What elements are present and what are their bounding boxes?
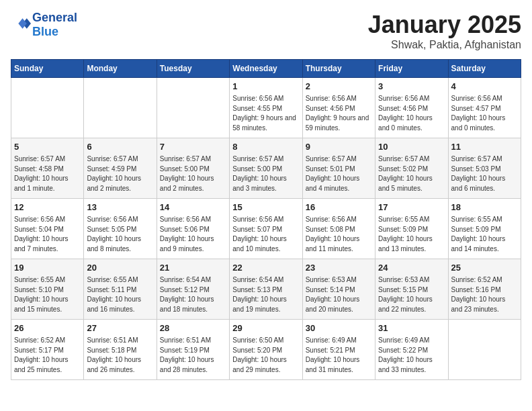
calendar-cell: 17Sunrise: 6:55 AM Sunset: 5:09 PM Dayli… [375, 199, 448, 259]
day-number: 12 [14, 201, 81, 214]
day-info: Sunrise: 6:49 AM Sunset: 5:22 PM Dayligh… [378, 336, 445, 375]
day-info: Sunrise: 6:55 AM Sunset: 5:11 PM Dayligh… [87, 275, 153, 314]
day-number: 7 [160, 141, 226, 153]
day-info: Sunrise: 6:57 AM Sunset: 5:00 PM Dayligh… [160, 154, 226, 193]
day-info: Sunrise: 6:56 AM Sunset: 5:07 PM Dayligh… [232, 215, 299, 254]
calendar-cell: 27Sunrise: 6:51 AM Sunset: 5:18 PM Dayli… [84, 320, 157, 380]
col-header-friday: Friday [375, 60, 448, 78]
day-number: 13 [87, 201, 153, 214]
day-number: 18 [451, 201, 518, 214]
col-header-sunday: Sunday [11, 60, 84, 78]
col-header-thursday: Thursday [302, 60, 375, 78]
day-info: Sunrise: 6:56 AM Sunset: 5:06 PM Dayligh… [160, 215, 226, 254]
day-number: 8 [232, 141, 299, 153]
logo-line2: Blue [32, 25, 77, 39]
day-number: 28 [160, 322, 226, 334]
calendar-cell: 21Sunrise: 6:54 AM Sunset: 5:12 PM Dayli… [157, 259, 229, 320]
day-number: 5 [14, 141, 81, 153]
day-number: 2 [306, 81, 372, 93]
day-number: 17 [378, 201, 445, 214]
calendar-cell: 26Sunrise: 6:52 AM Sunset: 5:17 PM Dayli… [11, 320, 84, 380]
day-number: 15 [232, 201, 299, 214]
day-info: Sunrise: 6:56 AM Sunset: 4:55 PM Dayligh… [232, 94, 299, 133]
day-number: 24 [378, 262, 445, 274]
day-number: 27 [87, 322, 153, 334]
day-info: Sunrise: 6:56 AM Sunset: 5:04 PM Dayligh… [14, 215, 81, 254]
day-info: Sunrise: 6:53 AM Sunset: 5:15 PM Dayligh… [378, 275, 445, 314]
day-number: 26 [14, 322, 81, 334]
calendar-cell: 14Sunrise: 6:56 AM Sunset: 5:06 PM Dayli… [157, 199, 229, 259]
day-number: 11 [451, 141, 518, 153]
day-info: Sunrise: 6:52 AM Sunset: 5:16 PM Dayligh… [451, 275, 518, 314]
calendar-week-row: 5Sunrise: 6:57 AM Sunset: 4:58 PM Daylig… [11, 138, 521, 199]
col-header-tuesday: Tuesday [157, 60, 229, 78]
calendar-cell: 28Sunrise: 6:51 AM Sunset: 5:19 PM Dayli… [157, 320, 229, 380]
day-info: Sunrise: 6:55 AM Sunset: 5:10 PM Dayligh… [14, 275, 81, 314]
calendar-cell: 18Sunrise: 6:55 AM Sunset: 5:09 PM Dayli… [448, 199, 521, 259]
day-info: Sunrise: 6:55 AM Sunset: 5:09 PM Dayligh… [451, 215, 518, 254]
day-info: Sunrise: 6:57 AM Sunset: 4:59 PM Dayligh… [87, 154, 153, 193]
calendar-cell: 6Sunrise: 6:57 AM Sunset: 4:59 PM Daylig… [84, 138, 157, 199]
col-header-wednesday: Wednesday [230, 60, 302, 78]
calendar-cell: 10Sunrise: 6:57 AM Sunset: 5:02 PM Dayli… [375, 138, 448, 199]
day-number: 30 [306, 322, 372, 334]
calendar-cell [11, 78, 84, 138]
day-info: Sunrise: 6:54 AM Sunset: 5:13 PM Dayligh… [232, 275, 299, 314]
day-info: Sunrise: 6:55 AM Sunset: 5:09 PM Dayligh… [378, 215, 445, 254]
day-number: 21 [160, 262, 226, 274]
day-number: 4 [451, 81, 518, 93]
calendar-cell: 12Sunrise: 6:56 AM Sunset: 5:04 PM Dayli… [11, 199, 84, 259]
title-block: January 2025 Shwak, Paktia, Afghanistan [368, 11, 521, 51]
day-info: Sunrise: 6:52 AM Sunset: 5:17 PM Dayligh… [14, 336, 81, 375]
day-info: Sunrise: 6:57 AM Sunset: 5:01 PM Dayligh… [306, 154, 372, 193]
calendar-cell: 22Sunrise: 6:54 AM Sunset: 5:13 PM Dayli… [230, 259, 302, 320]
calendar-cell: 3Sunrise: 6:56 AM Sunset: 4:56 PM Daylig… [375, 78, 448, 138]
calendar-cell: 4Sunrise: 6:56 AM Sunset: 4:57 PM Daylig… [448, 78, 521, 138]
calendar-title: January 2025 [368, 11, 521, 39]
day-number: 22 [232, 262, 299, 274]
day-info: Sunrise: 6:57 AM Sunset: 5:02 PM Dayligh… [378, 154, 445, 193]
calendar-cell: 7Sunrise: 6:57 AM Sunset: 5:00 PM Daylig… [157, 138, 229, 199]
day-info: Sunrise: 6:54 AM Sunset: 5:12 PM Dayligh… [160, 275, 226, 314]
calendar-cell: 15Sunrise: 6:56 AM Sunset: 5:07 PM Dayli… [230, 199, 302, 259]
page-header: General Blue January 2025 Shwak, Paktia,… [11, 11, 521, 51]
col-header-saturday: Saturday [448, 60, 521, 78]
calendar-cell: 9Sunrise: 6:57 AM Sunset: 5:01 PM Daylig… [302, 138, 375, 199]
calendar-cell: 20Sunrise: 6:55 AM Sunset: 5:11 PM Dayli… [84, 259, 157, 320]
day-number: 10 [378, 141, 445, 153]
logo-icon [12, 14, 31, 33]
day-info: Sunrise: 6:57 AM Sunset: 4:58 PM Dayligh… [14, 154, 81, 193]
day-info: Sunrise: 6:56 AM Sunset: 4:57 PM Dayligh… [451, 94, 518, 133]
day-info: Sunrise: 6:50 AM Sunset: 5:20 PM Dayligh… [232, 336, 299, 375]
calendar-cell: 19Sunrise: 6:55 AM Sunset: 5:10 PM Dayli… [11, 259, 84, 320]
calendar-cell: 8Sunrise: 6:57 AM Sunset: 5:00 PM Daylig… [230, 138, 302, 199]
day-number: 9 [306, 141, 372, 153]
calendar-subtitle: Shwak, Paktia, Afghanistan [368, 39, 521, 51]
day-number: 6 [87, 141, 153, 153]
day-info: Sunrise: 6:56 AM Sunset: 5:08 PM Dayligh… [306, 215, 372, 254]
day-number: 14 [160, 201, 226, 214]
calendar-cell: 24Sunrise: 6:53 AM Sunset: 5:15 PM Dayli… [375, 259, 448, 320]
day-number: 20 [87, 262, 153, 274]
calendar-header-row: SundayMondayTuesdayWednesdayThursdayFrid… [11, 60, 521, 78]
calendar-cell: 2Sunrise: 6:56 AM Sunset: 4:56 PM Daylig… [302, 78, 375, 138]
calendar-cell [448, 320, 521, 380]
day-info: Sunrise: 6:51 AM Sunset: 5:19 PM Dayligh… [160, 336, 226, 375]
calendar-week-row: 1Sunrise: 6:56 AM Sunset: 4:55 PM Daylig… [11, 78, 521, 138]
day-number: 1 [232, 81, 299, 93]
day-info: Sunrise: 6:53 AM Sunset: 5:14 PM Dayligh… [306, 275, 372, 314]
col-header-monday: Monday [84, 60, 157, 78]
calendar-cell: 23Sunrise: 6:53 AM Sunset: 5:14 PM Dayli… [302, 259, 375, 320]
calendar-week-row: 19Sunrise: 6:55 AM Sunset: 5:10 PM Dayli… [11, 259, 521, 320]
day-info: Sunrise: 6:56 AM Sunset: 4:56 PM Dayligh… [378, 94, 445, 133]
day-info: Sunrise: 6:56 AM Sunset: 4:56 PM Dayligh… [306, 94, 372, 133]
day-info: Sunrise: 6:57 AM Sunset: 5:00 PM Dayligh… [232, 154, 299, 193]
calendar-cell: 25Sunrise: 6:52 AM Sunset: 5:16 PM Dayli… [448, 259, 521, 320]
calendar-cell: 5Sunrise: 6:57 AM Sunset: 4:58 PM Daylig… [11, 138, 84, 199]
calendar-cell: 29Sunrise: 6:50 AM Sunset: 5:20 PM Dayli… [230, 320, 302, 380]
day-number: 3 [378, 81, 445, 93]
day-number: 16 [306, 201, 372, 214]
svg-marker-1 [18, 18, 26, 29]
day-info: Sunrise: 6:56 AM Sunset: 5:05 PM Dayligh… [87, 215, 153, 254]
day-number: 31 [378, 322, 445, 334]
